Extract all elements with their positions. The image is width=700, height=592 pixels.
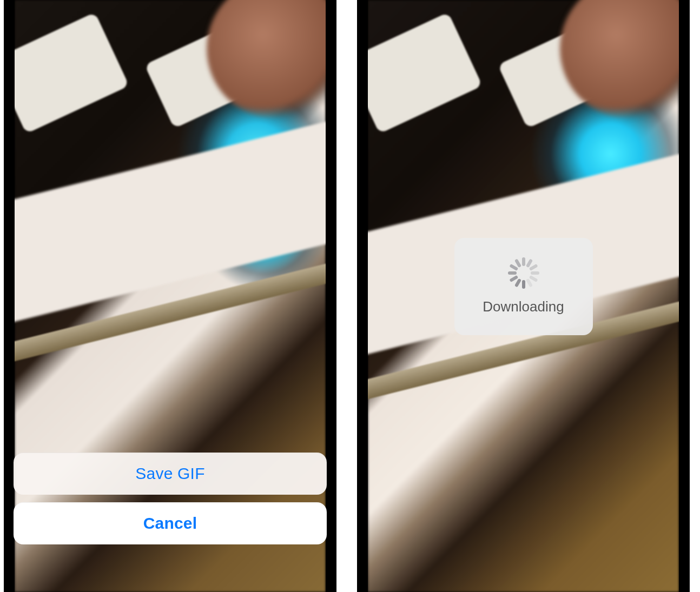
cancel-button[interactable]: Cancel bbox=[14, 502, 327, 544]
comparison-stage: Save GIF Cancel Downloading bbox=[0, 0, 700, 592]
phone-screen-left: Save GIF Cancel bbox=[4, 0, 336, 592]
action-sheet: Save GIF Cancel bbox=[14, 453, 327, 544]
progress-hud: Downloading bbox=[454, 238, 593, 335]
action-sheet-options: Save GIF bbox=[14, 453, 327, 495]
hud-status-label: Downloading bbox=[483, 298, 564, 315]
save-gif-button[interactable]: Save GIF bbox=[14, 453, 327, 495]
spinner-icon bbox=[508, 257, 539, 289]
action-sheet-cancel-group: Cancel bbox=[14, 502, 327, 544]
phone-screen-right: Downloading bbox=[357, 0, 690, 592]
